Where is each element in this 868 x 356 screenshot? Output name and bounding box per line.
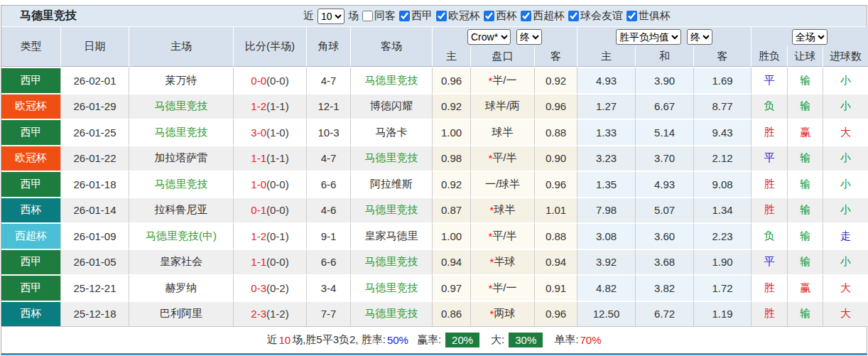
col-header-ah-home: 主 — [433, 46, 471, 67]
away-team-link[interactable]: 博德闪耀 — [351, 93, 433, 119]
checkbox-laliga[interactable]: 西甲 — [399, 9, 433, 23]
bookmaker-select[interactable]: Crow* — [467, 29, 511, 45]
let-ball-cell: 输 — [788, 67, 823, 93]
home-team-link[interactable]: 马德里竞技 — [129, 171, 234, 197]
ah-away-odds: 0.88 — [535, 119, 577, 145]
eu-away-odds: 2.23 — [694, 222, 752, 249]
single-rate-value: 70% — [580, 334, 601, 346]
cwc-checkbox[interactable] — [626, 11, 637, 21]
checkbox-club-world-cup[interactable]: 世俱杯 — [626, 9, 671, 23]
handicap-line: *两球 — [471, 301, 535, 327]
corner-score: 12-1 — [307, 93, 351, 119]
eu-odds-state-select[interactable]: 终 — [687, 29, 712, 45]
col-header-eu-draw: 和 — [636, 46, 694, 67]
match-scope-select[interactable]: 全场 — [792, 29, 828, 45]
win-odds-label: 赢率: — [417, 333, 441, 347]
match-date: 26-01-25 — [61, 119, 129, 145]
eu-away-odds: 9.43 — [694, 119, 752, 145]
full-time-score: 1-2 — [251, 230, 266, 242]
checkbox-club-friendly[interactable]: 球会友谊 — [568, 9, 623, 23]
let-ball-cell: 输 — [788, 171, 823, 197]
checkbox-same-away[interactable]: 同客 — [362, 9, 396, 23]
ah-away-odds: 0.96 — [535, 93, 577, 119]
league-type-badge: 西杯 — [1, 197, 61, 223]
corner-score: 9-1 — [307, 222, 351, 249]
home-team-link[interactable]: 马德里竞技(中) — [129, 222, 234, 249]
eu-home-odds: 3.08 — [577, 222, 636, 249]
away-team-link[interactable]: 马德里竞技 — [351, 197, 433, 223]
half-time-score: (1-1) — [266, 152, 289, 164]
result-cell: 胜 — [752, 119, 788, 145]
corner-score: 7-7 — [307, 301, 351, 327]
ucl-checkbox[interactable] — [436, 11, 447, 21]
score-cell: 1-0(0-0) — [234, 171, 307, 197]
supercopa-checkbox[interactable] — [521, 11, 531, 21]
home-team-link[interactable]: 巴利阿里 — [129, 301, 234, 327]
corner-score: 4-7 — [307, 145, 351, 171]
half-time-score: (1-2) — [266, 308, 289, 320]
league-type-badge: 西甲 — [1, 119, 61, 145]
home-team-link[interactable]: 加拉塔萨雷 — [129, 145, 234, 171]
match-date: 26-01-05 — [61, 249, 129, 275]
full-time-score: 0-1 — [251, 204, 266, 216]
friendly-checkbox[interactable] — [568, 11, 579, 21]
col-header-ah-away: 客 — [535, 46, 577, 67]
away-team-link[interactable]: 皇家马德里 — [351, 222, 433, 249]
result-cell: 负 — [752, 222, 788, 249]
home-team-link[interactable]: 莱万特 — [129, 67, 234, 93]
matches-count-select[interactable]: 10 — [318, 9, 345, 24]
home-team-link[interactable]: 马德里竞技 — [129, 119, 234, 145]
full-time-score: 3-0 — [251, 126, 266, 139]
goals-cell: 小 — [823, 93, 868, 119]
match-date: 26-02-01 — [61, 67, 129, 93]
full-time-score: 1-2 — [251, 100, 266, 112]
ah-home-odds: 0.92 — [433, 171, 471, 197]
title-bar: 马德里竞技 近 10 场 同客 西甲 欧冠杯 西杯 西超杯 球会友谊 世俱杯 — [1, 6, 867, 27]
same-away-checkbox[interactable] — [362, 11, 373, 21]
score-cell: 2-3(1-2) — [234, 301, 307, 327]
half-time-score: (0-0) — [266, 178, 289, 190]
half-time-score: (0-2) — [266, 282, 289, 294]
away-team-link[interactable]: 马洛卡 — [351, 119, 433, 145]
ah-odds-state-select[interactable]: 终 — [516, 29, 542, 45]
half-time-score: (0-1) — [266, 230, 289, 242]
eu-draw-odds: 3.90 — [636, 67, 694, 93]
handicap-line: *半/一 — [471, 67, 535, 93]
col-header-away: 客场 — [351, 27, 433, 67]
col-header-handicap: 盘口 — [471, 46, 535, 67]
result-cell: 胜 — [752, 171, 788, 197]
checkbox-ucl[interactable]: 欧冠杯 — [436, 9, 480, 23]
copa-checkbox[interactable] — [484, 11, 494, 21]
let-ball-cell: 输 — [788, 222, 823, 249]
home-team-link[interactable]: 赫罗纳 — [129, 274, 234, 301]
eu-metric-select[interactable]: 胜平负均值 — [616, 29, 681, 45]
ah-away-odds: 0.88 — [535, 222, 577, 249]
away-team-link[interactable]: 阿拉维斯 — [351, 171, 433, 197]
eu-draw-odds: 5.07 — [636, 197, 694, 223]
checkbox-copa-del-rey[interactable]: 西杯 — [484, 9, 517, 23]
away-team-link[interactable]: 马德里竞技 — [351, 301, 433, 327]
home-team-link[interactable]: 马德里竞技 — [129, 93, 234, 119]
asian-handicap-controls: Crow* 终 — [433, 27, 577, 46]
home-team-link[interactable]: 拉科鲁尼亚 — [129, 197, 234, 223]
eu-home-odds: 12.50 — [577, 301, 636, 327]
league-type-badge: 西甲 — [1, 67, 61, 93]
match-date: 26-01-18 — [61, 171, 129, 197]
goals-cell: 小 — [823, 249, 868, 275]
eu-away-odds: 1.19 — [694, 301, 752, 327]
laliga-checkbox[interactable] — [399, 11, 410, 21]
let-ball-cell: 输 — [788, 301, 823, 327]
home-team-link[interactable]: 皇家社会 — [129, 249, 234, 275]
checkbox-supercopa[interactable]: 西超杯 — [521, 9, 565, 23]
half-time-score: (0-0) — [266, 256, 289, 268]
result-cell: 胜 — [752, 274, 788, 301]
away-team-link[interactable]: 马德里竞技 — [351, 249, 433, 275]
match-date: 26-01-14 — [61, 197, 129, 223]
score-cell: 0-1(0-0) — [234, 197, 307, 223]
away-team-link[interactable]: 马德里竞技 — [351, 67, 433, 93]
away-team-link[interactable]: 马德里竞技 — [351, 145, 433, 171]
away-team-link[interactable]: 马德里竞技 — [351, 274, 433, 301]
single-rate-label: 单率: — [554, 333, 578, 347]
corner-score: 6-6 — [307, 171, 351, 197]
eu-home-odds: 1.27 — [577, 93, 636, 119]
